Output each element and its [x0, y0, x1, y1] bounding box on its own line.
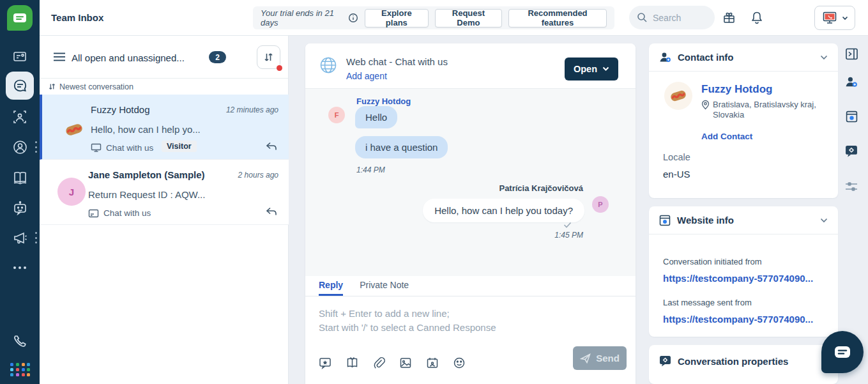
- avatar-initial: P: [598, 201, 602, 208]
- phone-status-dropdown[interactable]: [814, 6, 855, 30]
- webchat-channel-icon: [91, 143, 102, 153]
- conversation-count-badge: 2: [209, 51, 226, 63]
- rail-website-info-icon[interactable]: [844, 109, 858, 123]
- conversation-list-header: All open and unassigned... 2: [40, 36, 288, 78]
- locale-value: en-US: [663, 169, 690, 180]
- message-timestamp: 1:45 PM: [554, 231, 583, 240]
- hotdog-avatar-icon: [669, 88, 688, 104]
- globe-channel-icon: [319, 56, 337, 74]
- tab-reply[interactable]: Reply: [319, 276, 343, 296]
- contact-info-header[interactable]: Contact info: [649, 43, 838, 72]
- gift-icon[interactable]: [722, 11, 736, 24]
- composer-input[interactable]: Shift + Enter to add a new line; Start w…: [319, 307, 619, 335]
- sidebar-item-contacts[interactable]: [6, 103, 34, 131]
- agent-avatar: P: [592, 196, 609, 213]
- conversation-properties-icon: [659, 355, 671, 367]
- sort-alert-dot: [277, 65, 282, 71]
- customers-kebab-menu-icon[interactable]: [34, 141, 38, 153]
- sidebar-item-phone[interactable]: [6, 327, 34, 355]
- location-pin-icon: [701, 100, 710, 110]
- explore-plans-button[interactable]: Explore plans: [365, 9, 429, 27]
- sort-order-label: Newest conversation: [59, 82, 133, 91]
- conversation-filter-label[interactable]: All open and unassigned...: [72, 52, 185, 63]
- status-dropdown-button[interactable]: Open: [565, 58, 618, 81]
- top-bar: Team Inbox Your trial ends in 21 days Ex…: [40, 0, 868, 36]
- website-info-header[interactable]: Website info: [649, 206, 838, 234]
- channel-label: Chat with us: [103, 208, 151, 218]
- request-demo-button[interactable]: Request Demo: [435, 9, 502, 27]
- agent-name-label: Patrícia Krajčovičová: [499, 183, 583, 193]
- image-icon[interactable]: [399, 357, 412, 369]
- chat-widget-launcher[interactable]: [821, 331, 864, 373]
- search-icon: [637, 12, 648, 23]
- knowledge-base-icon[interactable]: [346, 357, 359, 369]
- notification-bell-icon[interactable]: [750, 11, 763, 24]
- incoming-message-bubble: Hello: [355, 106, 397, 128]
- rail-conversation-properties-icon[interactable]: [844, 144, 858, 158]
- canned-response-icon[interactable]: [319, 357, 331, 369]
- collapse-chevron-icon[interactable]: [820, 218, 828, 223]
- emoji-icon[interactable]: [453, 357, 466, 369]
- conversation-time: 12 minutes ago: [226, 105, 278, 114]
- sidebar-item-inbox[interactable]: [6, 72, 34, 100]
- visitor-name-label: Fuzzy Hotdog: [356, 96, 411, 106]
- visitor-avatar: F: [328, 107, 345, 123]
- avatar-initial: J: [69, 187, 74, 197]
- chat-header: Web chat - Chat with us Add agent Open: [305, 43, 636, 88]
- conversation-list-item[interactable]: Fuzzy Hotdog 12 minutes ago Hello, how c…: [40, 95, 289, 160]
- rail-contact-info-icon[interactable]: [844, 75, 858, 89]
- search-box[interactable]: [629, 6, 715, 29]
- sidebar-item-knowledge-base[interactable]: [6, 164, 34, 192]
- sidebar-item-campaigns[interactable]: [6, 224, 34, 252]
- app-root: Team Inbox Your trial ends in 21 days Ex…: [0, 0, 868, 384]
- sidebar-item-more[interactable]: [6, 254, 34, 282]
- send-button[interactable]: Send: [573, 346, 627, 370]
- reply-arrow-icon[interactable]: [266, 207, 277, 217]
- chat-panel: Web chat - Chat with us Add agent Open F…: [305, 43, 636, 384]
- info-icon[interactable]: [348, 13, 358, 23]
- collapse-panel-icon[interactable]: [844, 47, 858, 61]
- sidebar-item-bots[interactable]: [6, 194, 34, 222]
- collapse-chevron-icon[interactable]: [820, 55, 828, 60]
- sort-order-row[interactable]: Newest conversation: [40, 78, 288, 95]
- recommended-features-button[interactable]: Recommended features: [508, 9, 607, 27]
- freshchat-logo-icon[interactable]: [7, 5, 33, 31]
- chevron-down-icon: [602, 66, 609, 72]
- hotdog-avatar-icon: [64, 121, 84, 138]
- conversation-preview: Return Request ID : AQW...: [88, 189, 205, 200]
- reply-arrow-icon[interactable]: [266, 142, 277, 151]
- conversation-name: Fuzzy Hotdog: [91, 104, 150, 115]
- chat-bubble-icon: [834, 346, 851, 358]
- sidebar-item-dashboard[interactable]: [6, 43, 34, 71]
- locale-label: Locale: [663, 152, 690, 162]
- filter-menu-icon[interactable]: [54, 52, 65, 61]
- trial-banner: Your trial ends in 21 days Explore plans…: [253, 6, 614, 29]
- sort-direction-icon: [49, 83, 56, 90]
- app-switcher-icon[interactable]: [10, 363, 31, 376]
- website-icon: [659, 215, 671, 226]
- conversation-list-item[interactable]: J Jane Sampleton (Sample) 2 hours ago Re…: [40, 160, 289, 225]
- last-message-from-link[interactable]: https://testcompany-577074090...: [663, 314, 813, 325]
- avatar-initial: F: [335, 111, 339, 119]
- attachment-icon[interactable]: [373, 357, 385, 369]
- status-label: Open: [574, 64, 597, 74]
- contact-info-card: Contact info Fuzzy Hotdog Bratislava, Br…: [649, 43, 838, 198]
- contact-avatar: [664, 82, 692, 110]
- contact-info-title: Contact info: [678, 52, 814, 63]
- contact-name-link[interactable]: Fuzzy Hotdog: [701, 83, 772, 96]
- send-label: Send: [596, 353, 620, 364]
- campaigns-kebab-menu-icon[interactable]: [34, 232, 38, 243]
- add-agent-link[interactable]: Add agent: [346, 71, 387, 81]
- sidebar-item-customers[interactable]: [6, 133, 34, 161]
- tab-private-note[interactable]: Private Note: [360, 276, 409, 296]
- add-contact-link[interactable]: Add Contact: [701, 132, 752, 141]
- initiated-from-link[interactable]: https://testcompany-577074090...: [663, 273, 813, 284]
- website-info-card: Website info Conversation initiated from…: [649, 206, 838, 337]
- visitor-tag: Visitor: [162, 141, 197, 152]
- rail-filters-icon[interactable]: [844, 180, 858, 194]
- schedule-icon[interactable]: [426, 357, 439, 369]
- composer-placeholder-line2: Start with '/' to select a Canned Respon…: [319, 321, 619, 335]
- initiated-from-label: Conversation initiated from: [663, 257, 762, 266]
- conversation-properties-header[interactable]: Conversation properties: [649, 345, 838, 377]
- search-input[interactable]: [653, 13, 704, 23]
